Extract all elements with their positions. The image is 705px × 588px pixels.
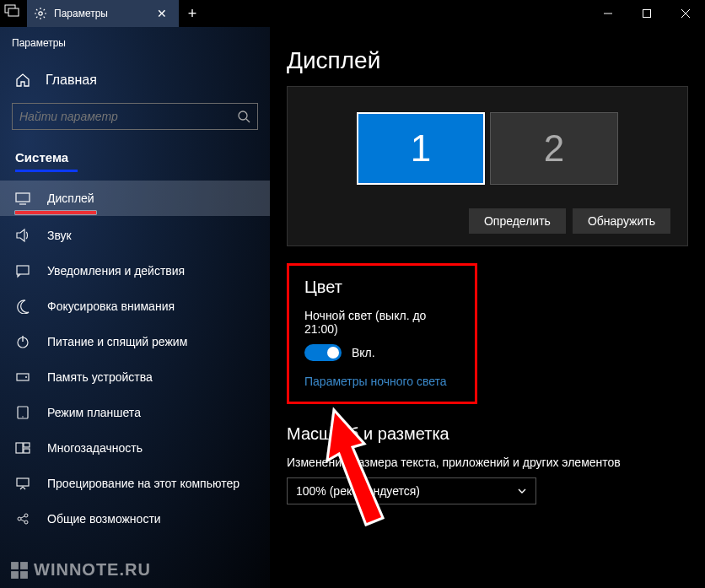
chevron-down-icon [517,486,527,496]
monitor-2[interactable]: 2 [490,112,618,185]
svg-point-15 [25,376,27,378]
sidebar-item-label: Питание и спящий режим [47,335,187,348]
search-icon [237,110,250,123]
sidebar-item-power[interactable]: Питание и спящий режим [0,324,270,359]
shared-icon [15,511,32,526]
tablet-icon [15,405,32,420]
svg-rect-11 [17,266,29,274]
sidebar-item-label: Режим планшета [47,406,141,419]
annotation-red-box: Цвет Ночной свет (выкл. до 21:00) Вкл. П… [287,263,477,404]
annotation-underline-blue [15,170,78,172]
sound-icon [15,228,32,243]
svg-line-8 [246,119,250,122]
window-minimize-button[interactable] [589,0,627,27]
sidebar-item-shared[interactable]: Общие возможности [0,501,270,537]
svg-point-2 [39,12,42,15]
night-light-toggle[interactable] [304,344,342,361]
multitask-icon [15,440,32,456]
svg-rect-29 [11,571,19,579]
svg-rect-30 [20,571,28,579]
svg-rect-28 [20,562,28,569]
svg-point-17 [22,416,23,417]
project-icon [15,476,32,491]
windows-logo-icon [10,561,29,580]
moon-icon [15,299,32,314]
storage-icon [15,370,32,385]
monitor-arrangement-box: 1 2 Определить Обнаружить [287,86,688,246]
scale-label: Изменение размера текста, приложений и д… [287,456,688,469]
display-icon [15,191,32,206]
multitask-icon [3,3,20,20]
svg-rect-27 [11,562,19,569]
search-input-wrap[interactable] [12,103,258,130]
monitor-1[interactable]: 1 [357,112,485,185]
active-tab[interactable]: Параметры ✕ [27,0,179,27]
detect-button[interactable]: Обнаружить [573,208,670,234]
svg-rect-21 [17,478,29,486]
gear-icon [34,7,47,20]
night-light-settings-link[interactable]: Параметры ночного света [304,375,460,388]
home-icon [15,73,32,88]
search-input[interactable] [19,110,237,123]
svg-rect-9 [16,193,30,202]
sidebar-item-label: Дисплей [47,192,94,205]
sidebar-item-label: Память устройства [47,370,153,384]
scale-dropdown[interactable]: 100% (рекомендуется) [287,477,536,504]
watermark: WINNOTE.RU [10,560,151,580]
sidebar-item-storage[interactable]: Память устройства [0,359,270,395]
night-light-label: Ночной свет (выкл. до 21:00) [304,309,460,336]
window-close-button[interactable] [666,0,705,27]
svg-line-25 [21,516,24,518]
svg-line-26 [21,520,24,521]
sidebar-item-label: Звук [47,229,72,242]
sidebar-home[interactable]: Главная [0,64,270,96]
sidebar-item-label: Проецирование на этот компьютер [47,477,239,490]
sidebar-item-projecting[interactable]: Проецирование на этот компьютер [0,466,270,501]
sidebar-section-title: Система [0,142,270,170]
content-pane: Дисплей 1 2 Определить Обнаружить Цвет Н… [270,27,705,588]
svg-point-24 [24,521,28,524]
sidebar-home-label: Главная [46,73,97,88]
sidebar-item-label: Общие возможности [47,512,161,526]
power-icon [15,334,32,349]
scale-dropdown-value: 100% (рекомендуется) [296,484,420,498]
svg-rect-1 [8,8,19,16]
sidebar-item-label: Фокусировка внимания [47,299,175,313]
svg-rect-4 [643,10,651,18]
tab-title: Параметры [54,8,152,19]
identify-button[interactable]: Определить [469,208,566,234]
tab-add-button[interactable]: + [179,0,206,27]
notification-icon [15,263,32,278]
breadcrumb: Параметры [0,32,270,64]
settings-sidebar: Параметры Главная Система Дисплей Звук [0,27,270,588]
svg-rect-19 [24,443,30,447]
sidebar-item-focus[interactable]: Фокусировка внимания [0,289,270,324]
svg-rect-20 [24,449,30,453]
svg-point-23 [24,514,28,517]
svg-point-7 [239,111,247,120]
toggle-state-label: Вкл. [352,346,375,359]
window-titlebar: Параметры ✕ + [0,0,705,27]
svg-point-22 [18,517,21,521]
scale-heading: Масштаб и разметка [287,424,688,444]
sidebar-item-label: Уведомления и действия [47,264,185,278]
page-title: Дисплей [287,47,688,74]
sidebar-item-sound[interactable]: Звук [0,218,270,253]
sidebar-item-label: Многозадачность [47,441,143,455]
svg-rect-18 [16,443,23,453]
sidebar-item-tablet[interactable]: Режим планшета [0,395,270,430]
sidebar-item-display[interactable]: Дисплей [0,181,270,216]
sidebar-item-notifications[interactable]: Уведомления и действия [0,253,270,289]
tab-close-button[interactable]: ✕ [152,7,172,20]
window-maximize-button[interactable] [627,0,666,27]
color-heading: Цвет [304,278,460,297]
sidebar-item-multitasking[interactable]: Многозадачность [0,430,270,466]
